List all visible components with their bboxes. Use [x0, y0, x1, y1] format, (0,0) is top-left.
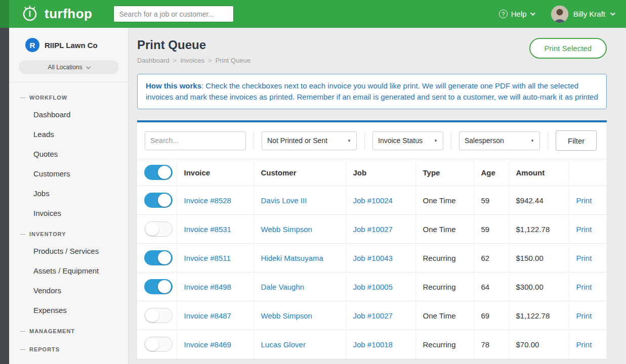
section-dash-icon — [20, 234, 25, 235]
sidebar-item-customers[interactable]: Customers — [9, 164, 128, 184]
customer-link[interactable]: Dale Vaughn — [261, 283, 305, 291]
app-window: turfhop ? Help Billy Kraft R R — [0, 0, 626, 364]
customer-link-cell: Davis Love III — [254, 186, 346, 215]
toggle-knob — [158, 251, 171, 264]
job-link[interactable]: Job #10027 — [353, 311, 393, 320]
company-row[interactable]: R RIIPL Lawn Co — [18, 38, 119, 52]
job-link[interactable]: Job #10027 — [353, 225, 393, 234]
print-link[interactable]: Print — [576, 283, 592, 291]
invoice-amount: $70.00 — [516, 340, 539, 349]
customer-link[interactable]: Lucas Glover — [261, 340, 306, 349]
invoice-amount: $150.00 — [516, 254, 544, 262]
chevron-down-icon — [610, 11, 615, 16]
invoice-link-cell: Invoice #8498 — [177, 272, 254, 301]
row-toggle-cell — [137, 244, 177, 272]
dropdown-not-printed-or-sent[interactable]: Not Printed or Sent▼ — [262, 131, 357, 150]
avatar — [551, 6, 568, 23]
invoice-type: One Time — [423, 196, 456, 205]
column-header-age: Age — [474, 159, 509, 186]
sidebar-item-jobs[interactable]: Jobs — [9, 184, 128, 203]
global-search-input[interactable] — [113, 6, 234, 22]
row-select-toggle[interactable] — [144, 279, 173, 294]
sidebar-item-products-services[interactable]: Products / Services — [9, 241, 128, 261]
filter-button-cell: Filter — [548, 130, 604, 151]
invoice-amount-cell: $1,122.78 — [509, 215, 569, 244]
row-select-toggle[interactable] — [144, 337, 173, 352]
invoice-amount-cell: $942.44 — [509, 186, 569, 215]
row-select-toggle[interactable] — [144, 221, 173, 237]
breadcrumb-item[interactable]: Print Queue — [216, 57, 251, 64]
job-link[interactable]: Job #10043 — [353, 254, 393, 262]
filter-search-input[interactable] — [145, 131, 246, 150]
user-menu[interactable]: Billy Kraft — [551, 6, 614, 23]
invoice-link[interactable]: Invoice #8528 — [184, 196, 231, 205]
filter-button[interactable]: Filter — [556, 130, 597, 151]
invoice-link-cell: Invoice #8487 — [177, 301, 254, 330]
section-label: WORKFLOW — [29, 95, 67, 101]
turfhop-logo-icon — [20, 4, 39, 25]
row-select-toggle[interactable] — [144, 308, 173, 323]
breadcrumb-separator-icon: > — [173, 57, 177, 64]
dropdown-invoice-status[interactable]: Invoice Status▼ — [372, 131, 443, 150]
breadcrumb-item[interactable]: Invoices — [180, 57, 204, 64]
filter-search-cell — [137, 131, 254, 150]
print-link[interactable]: Print — [576, 196, 592, 205]
breadcrumb-item[interactable]: Dashboard — [137, 57, 170, 64]
page-title: Print Queue — [137, 38, 251, 52]
print-selected-button[interactable]: Print Selected — [529, 38, 607, 59]
job-link[interactable]: Job #10005 — [353, 283, 393, 291]
job-link[interactable]: Job #10024 — [353, 196, 393, 205]
print-link[interactable]: Print — [576, 340, 592, 349]
locations-selector[interactable]: All Locations — [19, 60, 119, 74]
job-link-cell: Job #10005 — [346, 272, 415, 301]
invoice-age-cell: 78 — [474, 330, 509, 359]
page-header: Print Queue Dashboard>Invoices>Print Que… — [137, 38, 607, 64]
sidebar-item-leads[interactable]: Leads — [9, 124, 128, 144]
invoice-type-cell: One Time — [415, 215, 474, 244]
invoice-type-cell: Recurring — [415, 244, 474, 272]
invoice-amount: $1,122.78 — [516, 311, 550, 320]
invoice-type: Recurring — [423, 283, 456, 291]
customer-link[interactable]: Davis Love III — [261, 196, 307, 205]
invoice-link[interactable]: Invoice #8531 — [184, 225, 231, 234]
customer-link[interactable]: Hideki Matsuyama — [261, 254, 323, 262]
invoice-type-cell: One Time — [415, 186, 474, 215]
invoice-type: One Time — [423, 311, 456, 320]
sidebar-item-assets-equipment[interactable]: Assets / Equipment — [9, 261, 128, 281]
section-label: MANAGEMENT — [29, 328, 75, 334]
print-link[interactable]: Print — [576, 225, 592, 234]
customer-link[interactable]: Webb Simpson — [261, 225, 312, 234]
section-dash-icon — [20, 331, 25, 332]
print-link[interactable]: Print — [576, 254, 592, 262]
sidebar-item-invoices[interactable]: Invoices — [9, 203, 128, 223]
invoice-link[interactable]: Invoice #8469 — [184, 340, 231, 349]
sidebar-item-vendors[interactable]: Vendors — [9, 281, 128, 300]
job-link-cell: Job #10018 — [346, 330, 415, 359]
select-all-toggle[interactable] — [144, 165, 173, 180]
invoice-amount: $1,122.78 — [516, 225, 550, 234]
toggle-knob — [158, 166, 171, 179]
brand[interactable]: turfhop — [20, 4, 92, 25]
print-link-cell: Print — [569, 244, 607, 272]
invoice-link-cell: Invoice #8511 — [177, 244, 254, 272]
help-icon: ? — [499, 10, 508, 18]
locations-label: All Locations — [48, 64, 82, 71]
dropdown-salesperson[interactable]: Salesperson▼ — [459, 131, 540, 150]
invoice-link[interactable]: Invoice #8498 — [184, 283, 231, 291]
invoice-type-cell: One Time — [415, 301, 474, 330]
invoice-link[interactable]: Invoice #8487 — [184, 311, 231, 320]
invoice-link[interactable]: Invoice #8511 — [184, 254, 231, 262]
section-dash-icon — [20, 349, 25, 350]
row-select-toggle[interactable] — [144, 193, 173, 208]
sidebar-item-dashboard[interactable]: Dashboard — [9, 105, 128, 124]
job-link-cell: Job #10027 — [346, 301, 415, 330]
customer-link[interactable]: Webb Simpson — [261, 311, 312, 320]
filter-row: Not Printed or Sent▼Invoice Status▼Sales… — [137, 122, 607, 159]
sidebar-item-quotes[interactable]: Quotes — [9, 144, 128, 164]
job-link[interactable]: Job #10018 — [353, 340, 393, 349]
toggle-knob — [146, 309, 159, 322]
sidebar-item-expenses[interactable]: Expenses — [9, 300, 128, 320]
help-menu[interactable]: ? Help — [499, 10, 534, 18]
print-link[interactable]: Print — [576, 311, 592, 320]
row-select-toggle[interactable] — [144, 250, 173, 265]
